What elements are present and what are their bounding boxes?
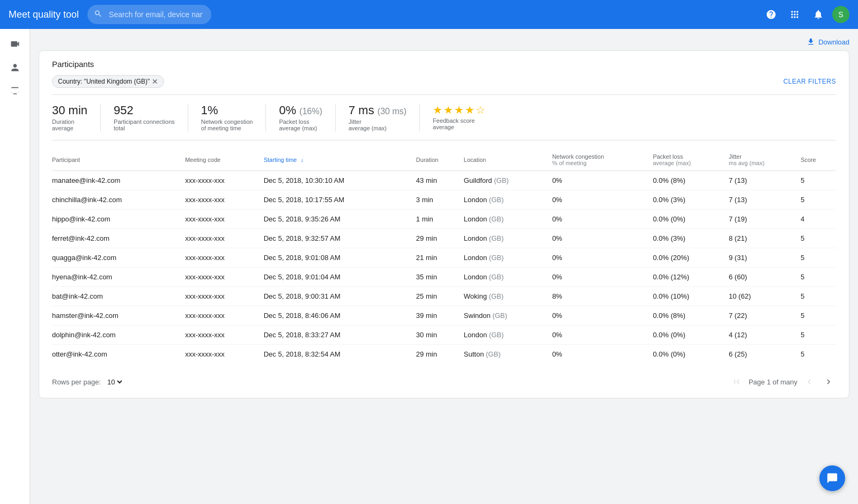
table-row: dolphin@ink-42.com xxx-xxxx-xxx Dec 5, 2… xyxy=(52,325,836,345)
app-header: Meet quality tool S xyxy=(0,0,858,29)
cell-starting-time: Dec 5, 2018, 8:46:06 AM xyxy=(264,306,416,325)
stat-connections-label: Participant connections xyxy=(114,118,175,125)
cell-score: 5 xyxy=(801,306,836,325)
col-participant[interactable]: Participant xyxy=(52,149,185,171)
cell-starting-time: Dec 5, 2018, 9:01:08 AM xyxy=(264,248,416,268)
col-network-congestion[interactable]: Network congestion% of meeting xyxy=(552,149,653,171)
cell-jitter: 7 (22) xyxy=(729,306,801,325)
search-icon xyxy=(94,10,102,20)
stat-connections-value: 952 xyxy=(114,103,175,117)
cell-jitter: 4 (12) xyxy=(729,325,801,345)
cell-network-congestion: 0% xyxy=(552,248,653,268)
stat-network-congestion: 1% Network congestion of meeting time xyxy=(201,103,267,131)
table-row: hippo@ink-42.com xxx-xxxx-xxx Dec 5, 201… xyxy=(52,210,836,229)
cell-duration: 29 min xyxy=(416,345,464,364)
table-row: hyena@ink-42.com xxx-xxxx-xxx Dec 5, 201… xyxy=(52,268,836,287)
avatar[interactable]: S xyxy=(832,6,849,23)
cell-participant[interactable]: hamster@ink-42.com xyxy=(52,306,185,325)
cell-packet-loss: 0.0% (0%) xyxy=(653,345,729,364)
cell-meeting-code: xxx-xxxx-xxx xyxy=(185,190,264,210)
col-packet-loss[interactable]: Packet lossaverage (max) xyxy=(653,149,729,171)
cell-starting-time: Dec 5, 2018, 9:01:04 AM xyxy=(264,268,416,287)
col-score[interactable]: Score xyxy=(801,149,836,171)
feedback-stars: ★★★★☆ xyxy=(433,103,486,116)
download-button[interactable]: Download xyxy=(807,38,849,46)
stat-packet-loss: 0% (16%) Packet loss average (max) xyxy=(279,103,336,131)
next-page-button[interactable] xyxy=(821,374,836,389)
stat-feedback: ★★★★☆ Feedback score average xyxy=(433,103,499,131)
cell-score: 5 xyxy=(801,345,836,364)
cell-starting-time: Dec 5, 2018, 9:00:31 AM xyxy=(264,287,416,306)
cell-participant[interactable]: quagga@ink-42.com xyxy=(52,248,185,268)
cell-jitter: 6 (60) xyxy=(729,268,801,287)
col-starting-time[interactable]: Starting time ↓ xyxy=(264,149,416,171)
col-location[interactable]: Location xyxy=(464,149,552,171)
col-meeting-code[interactable]: Meeting code xyxy=(185,149,264,171)
cell-participant[interactable]: otter@ink-42.com xyxy=(52,345,185,364)
help-button[interactable] xyxy=(761,5,781,24)
sidebar-person-button[interactable] xyxy=(4,57,26,78)
sidebar-device-button[interactable] xyxy=(4,80,26,102)
cell-starting-time: Dec 5, 2018, 9:32:57 AM xyxy=(264,229,416,248)
filter-bar: Country: "United Kingdom (GB)" ✕ CLEAR F… xyxy=(52,75,836,95)
cell-location: London (GB) xyxy=(464,325,552,345)
search-wrapper xyxy=(87,5,409,24)
cell-jitter: 7 (13) xyxy=(729,190,801,210)
grid-button[interactable] xyxy=(785,5,804,24)
cell-jitter: 9 (31) xyxy=(729,248,801,268)
participants-table: Participant Meeting code Starting time ↓… xyxy=(52,149,836,364)
cell-network-congestion: 0% xyxy=(552,345,653,364)
cell-location: London (GB) xyxy=(464,190,552,210)
clear-filters-button[interactable]: CLEAR FILTERS xyxy=(783,78,836,85)
cell-score: 5 xyxy=(801,287,836,306)
cell-duration: 35 min xyxy=(416,268,464,287)
cell-participant[interactable]: manatee@ink-42.com xyxy=(52,171,185,190)
stat-duration-sub: average xyxy=(52,125,87,131)
stat-jitter-value: 7 ms (30 ms) xyxy=(349,103,406,117)
cell-participant[interactable]: chinchilla@ink-42.com xyxy=(52,190,185,210)
stat-pl-label: Packet loss xyxy=(279,118,322,125)
cell-score: 5 xyxy=(801,229,836,248)
first-page-button[interactable] xyxy=(729,374,744,389)
cell-participant[interactable]: dolphin@ink-42.com xyxy=(52,325,185,345)
rows-per-page-select[interactable]: 10 25 50 xyxy=(105,377,124,387)
stat-nc-value: 1% xyxy=(201,103,253,117)
cell-meeting-code: xxx-xxxx-xxx xyxy=(185,210,264,229)
cell-jitter: 6 (25) xyxy=(729,345,801,364)
pagination-bar: Rows per page: 10 25 50 Page 1 of many xyxy=(52,370,836,389)
col-duration[interactable]: Duration xyxy=(416,149,464,171)
cell-network-congestion: 8% xyxy=(552,287,653,306)
stat-connections: 952 Participant connections total xyxy=(114,103,188,131)
cell-meeting-code: xxx-xxxx-xxx xyxy=(185,345,264,364)
cell-location: Woking (GB) xyxy=(464,287,552,306)
stat-pl-value: 0% (16%) xyxy=(279,103,322,117)
cell-participant[interactable]: bat@ink-42.com xyxy=(52,287,185,306)
prev-page-button[interactable] xyxy=(802,374,817,389)
cell-location: Guildford (GB) xyxy=(464,171,552,190)
cell-duration: 21 min xyxy=(416,248,464,268)
cell-participant[interactable]: hyena@ink-42.com xyxy=(52,268,185,287)
rows-per-page: Rows per page: 10 25 50 xyxy=(52,377,124,387)
table-body: manatee@ink-42.com xxx-xxxx-xxx Dec 5, 2… xyxy=(52,171,836,364)
cell-participant[interactable]: ferret@ink-42.com xyxy=(52,229,185,248)
cell-participant[interactable]: hippo@ink-42.com xyxy=(52,210,185,229)
cell-jitter: 10 (62) xyxy=(729,287,801,306)
search-input[interactable] xyxy=(87,5,211,24)
cell-network-congestion: 0% xyxy=(552,171,653,190)
header-actions: S xyxy=(761,5,849,24)
cell-score: 5 xyxy=(801,268,836,287)
chat-fab-button[interactable] xyxy=(819,465,845,491)
sidebar-video-button[interactable] xyxy=(4,33,26,55)
cell-score: 5 xyxy=(801,325,836,345)
sidebar xyxy=(0,29,30,504)
cell-duration: 25 min xyxy=(416,287,464,306)
cell-starting-time: Dec 5, 2018, 9:35:26 AM xyxy=(264,210,416,229)
notifications-button[interactable] xyxy=(809,5,828,24)
cell-meeting-code: xxx-xxxx-xxx xyxy=(185,287,264,306)
chip-close-button[interactable]: ✕ xyxy=(152,78,158,85)
cell-duration: 1 min xyxy=(416,210,464,229)
cell-jitter: 8 (21) xyxy=(729,229,801,248)
cell-packet-loss: 0.0% (12%) xyxy=(653,268,729,287)
stat-connections-sub: total xyxy=(114,125,175,131)
col-jitter[interactable]: Jitterms avg (max) xyxy=(729,149,801,171)
